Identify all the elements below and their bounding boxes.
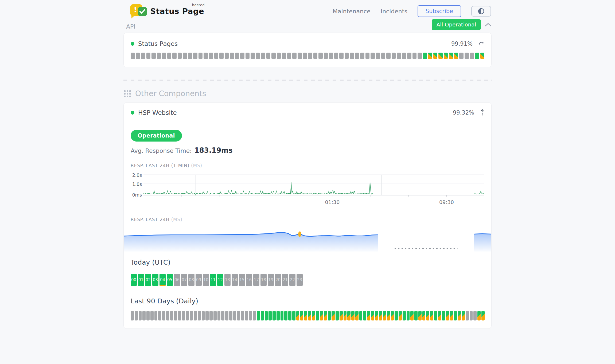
daily-uptime-bar: [241, 311, 244, 320]
response-area-chart[interactable]: [124, 225, 491, 252]
daily-uptime-bar: [139, 311, 142, 320]
daily-uptime-bar: [375, 311, 378, 320]
x-tick-0130: 01:30: [325, 199, 340, 205]
hour-label: 17: [254, 277, 259, 282]
uptime-bar: [287, 53, 291, 59]
hour-label: 19: [268, 277, 273, 282]
daily-uptime-bar: [363, 311, 366, 320]
hour-box-03: 03: [152, 274, 158, 286]
y-tick-2s: 2.0s: [132, 173, 142, 178]
uptime-bar: [371, 53, 375, 59]
daily-uptime-bar: [229, 311, 232, 320]
uptime-bar: [376, 53, 380, 59]
uptime-bar: [444, 53, 448, 59]
theme-toggle-button[interactable]: [471, 6, 491, 17]
hour-box-23: 23: [297, 274, 303, 286]
daily-uptime-bar: [312, 311, 315, 320]
nav-incidents[interactable]: Incidents: [381, 8, 407, 15]
hour-label: 14: [232, 277, 237, 282]
uptime-bar: [256, 53, 260, 59]
y-tick-0ms: 0ms: [132, 192, 142, 198]
uptime-bar: [157, 53, 161, 59]
daily-uptime-bar: [470, 311, 473, 320]
uptime-bar: [313, 53, 318, 59]
daily-uptime-bar: [320, 311, 323, 320]
daily-uptime-bar: [481, 311, 485, 320]
status-dot: [131, 111, 134, 115]
uptime-bar: [209, 53, 213, 59]
refresh-icon[interactable]: [478, 41, 484, 46]
brand-title: Status Page hosted: [150, 7, 204, 16]
uptime-group: 99.91%: [451, 41, 484, 47]
speech-bubble-tail: [131, 15, 135, 18]
uptime-bar: [365, 53, 370, 59]
grid-icon: [124, 90, 131, 97]
uptime-bar: [412, 53, 417, 59]
uptime-bar: [324, 53, 328, 59]
resp-1min-chart-label: RESP. LAST 24H (1-MIN) (MS): [131, 163, 484, 168]
uptime-bar: [407, 53, 411, 59]
uptime-bar: [418, 53, 422, 59]
daily-uptime-bar: [446, 311, 449, 320]
hour-label: 07: [182, 277, 187, 282]
chart-unit: (MS): [191, 163, 202, 168]
hour-box-21: 21: [282, 274, 288, 286]
daily-uptime-bar: [347, 311, 351, 320]
daily-uptime-bar: [477, 311, 481, 320]
big-check-icon: [293, 363, 322, 364]
line-chart-plot-area[interactable]: [143, 172, 484, 198]
hour-box-16: 16: [246, 274, 252, 286]
uptime-bar: [480, 53, 485, 59]
uptime-bar: [345, 53, 349, 59]
brand-logo[interactable]: ! Status Page hosted: [130, 4, 204, 19]
daily-uptime-bar: [458, 311, 461, 320]
hour-label: 06: [174, 277, 180, 282]
component-row: Status Pages 99.91%: [131, 40, 484, 47]
daily-uptime-bar: [213, 311, 217, 320]
subscribe-button[interactable]: Subscribe: [418, 5, 461, 17]
uptime-bar: [459, 53, 464, 59]
hour-label: 15: [239, 277, 244, 282]
uptime-bar: [146, 53, 151, 59]
daily-uptime-bar: [367, 311, 370, 320]
nav-maintenance[interactable]: Maintenance: [333, 8, 371, 15]
daily-uptime-bar: [296, 311, 299, 320]
other-components-title: Other Components: [135, 89, 206, 98]
daily-uptime-bar: [273, 311, 276, 320]
top-bar: ! Status Page hosted Maintenance Inciden…: [123, 0, 492, 19]
uptime-bar: [271, 53, 276, 59]
uptime-bar: [230, 53, 234, 59]
hour-label: 18: [261, 277, 266, 282]
uptime-bar: [261, 53, 265, 59]
daily-uptime-bar: [304, 311, 307, 320]
daily-uptime-bar: [454, 311, 457, 320]
daily-uptime-bar: [399, 311, 402, 320]
uptime-bar: [433, 53, 438, 59]
api-component-card: Status Pages 99.91%: [123, 33, 492, 67]
daily-uptime-bar: [150, 311, 154, 320]
hour-label: 21: [283, 277, 288, 282]
page-container: ! Status Page hosted Maintenance Inciden…: [123, 0, 492, 364]
uptime-bar: [397, 53, 401, 59]
status-dot: [131, 42, 134, 46]
chevron-up-icon[interactable]: [485, 22, 492, 27]
x-axis-labels: 01:30 09:30: [143, 198, 484, 206]
daily-uptime-bar: [414, 311, 418, 320]
uptime-bar: [183, 53, 187, 59]
top-nav: Maintenance Incidents Subscribe: [333, 5, 491, 17]
daily-uptime-bar: [217, 311, 221, 320]
hour-box-10: 10: [203, 274, 209, 286]
uptime-bar: [151, 53, 156, 59]
daily-uptime-bar: [186, 311, 189, 320]
hour-box-08: 08: [188, 274, 194, 286]
daily-uptime-bar: [154, 311, 158, 320]
daily-uptime-bar: [225, 311, 228, 320]
daily-uptime-bar: [265, 311, 268, 320]
hour-label: 02: [146, 277, 151, 282]
component-name: Status Pages: [138, 40, 178, 47]
avg-response-row: Avg. Response Time: 183.19ms: [131, 146, 484, 154]
daily-uptime-bar: [146, 311, 150, 320]
chart-title: RESP. LAST 24H: [131, 217, 169, 222]
uptime-bar: [465, 53, 469, 59]
daily-uptime-bar: [371, 311, 374, 320]
